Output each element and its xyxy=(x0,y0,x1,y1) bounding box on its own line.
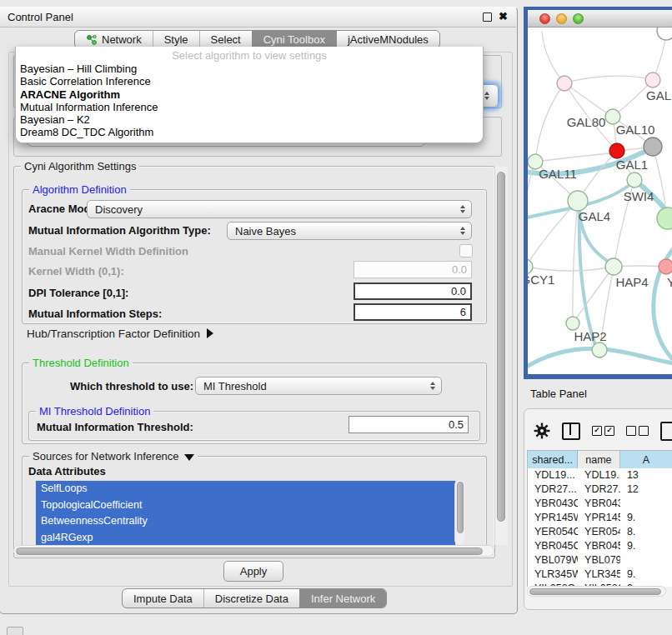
network-edge xyxy=(573,201,578,323)
manual-kernel-checkbox[interactable] xyxy=(459,244,473,258)
dpi-tolerance-field[interactable]: 0.0 xyxy=(354,282,472,300)
node-label: GAL xyxy=(646,88,671,102)
table-cell: 9. xyxy=(620,568,672,582)
dropdown-item[interactable]: Mutual Information Inference xyxy=(16,101,483,113)
bottom-left-window-chip[interactable] xyxy=(7,627,23,635)
network-node-partial-top[interactable] xyxy=(657,28,672,40)
network-icon xyxy=(86,34,98,46)
data-attributes-list: SelfLoopsTopologicalCoefficientBetweenne… xyxy=(35,480,456,547)
table-row[interactable]: YBR043CYBR043C xyxy=(528,497,672,511)
table-panel-title: Table Panel xyxy=(530,388,587,400)
mi-type-combo[interactable]: Naive Bayes xyxy=(227,222,472,240)
table-row[interactable]: YBR045CYBR045C9. xyxy=(528,539,672,553)
document-icon[interactable] xyxy=(660,422,672,441)
attribute-item[interactable]: BetweennessCentrality xyxy=(36,513,455,530)
table-cell: 12 xyxy=(620,482,672,497)
tab-discretize-data[interactable]: Discretize Data xyxy=(203,589,299,608)
checked-boxes-icon[interactable]: ✓✓ xyxy=(592,426,614,436)
which-threshold-combo[interactable]: MI Threshold xyxy=(195,377,442,395)
table-cell: YBL079W xyxy=(528,553,578,568)
table-h-scrollbar[interactable] xyxy=(527,586,666,597)
network-node-gray-node[interactable] xyxy=(644,138,662,156)
column-header[interactable]: name xyxy=(578,451,620,468)
close-icon[interactable]: ✖ xyxy=(499,12,508,21)
node-table: shared...nameAYDL19...YDL19...13YDR27...… xyxy=(527,450,672,587)
tab-style[interactable]: Style xyxy=(153,31,199,48)
mi-threshold-field[interactable]: 0.5 xyxy=(349,416,469,433)
kernel-width-label: Kernel Width (0,1): xyxy=(28,265,124,278)
network-node-GAL4[interactable] xyxy=(568,191,588,211)
attribute-item[interactable]: gal4RGexp xyxy=(36,530,455,547)
mi-threshold-value: 0.5 xyxy=(449,418,464,431)
settings-scrollbar[interactable] xyxy=(494,167,508,545)
table-row[interactable]: YDR27...YDR27...12 xyxy=(528,482,672,497)
attribute-item[interactable]: TopologicalCoefficient xyxy=(36,498,455,514)
dropdown-item[interactable]: Dream8 DC_TDC Algorithm xyxy=(16,126,483,138)
minimize-traffic-light-icon[interactable] xyxy=(556,13,567,24)
network-edge xyxy=(573,267,614,323)
hub-definition-expander[interactable]: Hub/Transcription Factor Definition xyxy=(27,328,213,340)
table-cell: YDR27... xyxy=(578,482,620,497)
sources-title-text: Sources for Network Inference xyxy=(33,450,179,462)
network-node-HAP4[interactable] xyxy=(605,258,622,275)
network-canvas[interactable]: GALGAL80GAL10GAL1GAL11SWI4GAL4GCY1HAP4YH… xyxy=(528,28,672,374)
table-cell: 8. xyxy=(620,525,672,539)
column-header[interactable]: shared... xyxy=(528,451,578,468)
float-window-icon[interactable] xyxy=(483,12,492,22)
cyni-bottom-tabs: Impute DataDiscretize DataInfer Network xyxy=(122,588,387,608)
dropdown-item[interactable]: ARACNE Algorithm xyxy=(16,88,483,101)
algorithm-dropdown-popup: Select algorithm to view settings Bayesi… xyxy=(15,47,484,143)
zoom-traffic-light-icon[interactable] xyxy=(573,13,584,24)
network-node-GAL80[interactable] xyxy=(557,76,572,91)
hub-definition-label: Hub/Transcription Factor Definition xyxy=(27,328,200,340)
table-cell: YER054C xyxy=(578,525,620,539)
table-row[interactable]: YER054CYER054C8. xyxy=(528,525,672,539)
network-node-bottom-node[interactable] xyxy=(592,342,607,358)
dropdown-item[interactable]: Bayesian – Hill Climbing xyxy=(16,62,483,75)
aracne-mode-value: Discovery xyxy=(88,203,143,216)
tab-cyni-toolbox[interactable]: Cyni Toolbox xyxy=(252,31,336,48)
network-node-HAP2[interactable] xyxy=(566,317,579,330)
attribute-item[interactable]: SelfLoops xyxy=(36,481,455,498)
table-cell: YDL19... xyxy=(578,468,620,482)
aracne-mode-combo[interactable]: Discovery xyxy=(87,200,472,218)
network-node-SWI4[interactable] xyxy=(627,172,642,188)
which-threshold-label: Which threshold to use: xyxy=(70,380,193,392)
table-row[interactable]: YPR145WYPR145W9. xyxy=(528,511,672,525)
tab-network[interactable]: Network xyxy=(75,31,153,48)
sources-group-title[interactable]: Sources for Network Inference xyxy=(29,450,198,462)
mi-threshold-group-title: MI Threshold Definition xyxy=(36,405,153,418)
gear-icon[interactable] xyxy=(534,422,550,439)
network-node-pink-top[interactable] xyxy=(645,72,660,88)
tab-infer-network[interactable]: Infer Network xyxy=(299,589,386,608)
control-panel-title: Control Panel xyxy=(0,11,73,23)
tab-impute-data[interactable]: Impute Data xyxy=(123,589,203,608)
network-edge xyxy=(528,267,614,271)
mi-steps-field[interactable]: 6 xyxy=(354,303,472,321)
tab-select[interactable]: Select xyxy=(199,31,252,48)
network-node-red-node[interactable] xyxy=(609,143,624,158)
apply-button[interactable]: Apply xyxy=(223,561,283,582)
dpi-tolerance-label: DPI Tolerance [0,1]: xyxy=(28,287,128,299)
node-label: HAP2 xyxy=(574,329,606,343)
kernel-width-field[interactable]: 0.0 xyxy=(354,261,472,278)
table-cell: YLR345W xyxy=(578,568,620,582)
tab-jactivemnodules[interactable]: jActiveMNodules xyxy=(336,31,439,48)
network-window-titlebar[interactable] xyxy=(528,10,672,28)
settings-h-scrollbar[interactable] xyxy=(13,545,494,557)
table-cell: YBR045C xyxy=(528,539,578,553)
split-columns-icon[interactable] xyxy=(562,422,580,440)
settings-group-title: Cyni Algorithm Settings xyxy=(21,160,139,172)
column-header[interactable]: A xyxy=(620,451,672,468)
network-node-green-right[interactable] xyxy=(657,208,672,229)
table-row[interactable]: YDL19...YDL19...13 xyxy=(528,468,672,482)
dropdown-item[interactable]: Basic Correlation Inference xyxy=(16,75,483,88)
network-node-salmon-right[interactable] xyxy=(659,259,672,274)
unchecked-boxes-icon[interactable] xyxy=(626,426,649,436)
mi-type-value: Naive Bayes xyxy=(228,225,296,238)
attributes-list-scrollbar[interactable] xyxy=(454,480,464,545)
table-row[interactable]: YLR345WYLR345W9. xyxy=(528,568,672,582)
close-traffic-light-icon[interactable] xyxy=(539,13,550,24)
dropdown-item[interactable]: Bayesian – K2 xyxy=(16,113,483,126)
table-row[interactable]: YBL079WYBL079W xyxy=(528,553,672,568)
